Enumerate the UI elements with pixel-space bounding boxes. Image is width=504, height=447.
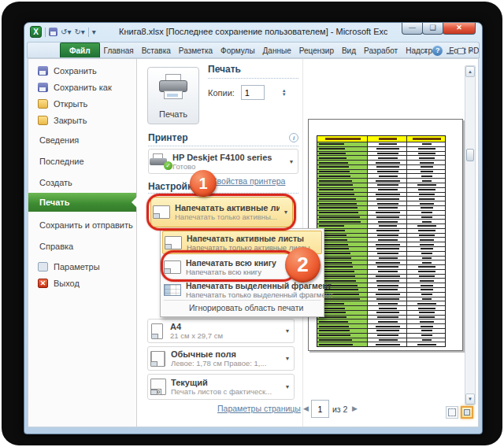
sidebar-item-exit[interactable]: ✕Выход: [28, 275, 136, 291]
preview-scrollbar[interactable]: ▲ ▼: [465, 65, 476, 405]
printer-select[interactable]: ✓ HP Deskjet F4100 series Готово ▼: [148, 149, 298, 174]
paper-size-select[interactable]: A4 21 см x 29,7 см ▼: [147, 319, 295, 343]
sidebar-item-open[interactable]: Открыть: [28, 95, 136, 112]
menu-item-selection[interactable]: Напечатать выделенный фрагмент Напечатат…: [162, 279, 322, 300]
ribbon-tab-row: Файл Главная Вставка Разметка Формулы Да…: [27, 42, 480, 58]
table-row: [317, 342, 445, 346]
menu-item-ignore-print-area[interactable]: Игнорировать область печати: [189, 303, 303, 312]
divider: [45, 28, 46, 37]
titlebar: X ↺▾ ↻▾ ▾ Книга8.xlsx [Последнее сохране…: [24, 23, 482, 42]
sidebar-item-new[interactable]: Создать: [28, 174, 136, 190]
sidebar-item-save-as[interactable]: Сохранить как: [28, 79, 136, 95]
collapse-ribbon-icon[interactable]: ▲: [422, 47, 428, 54]
save-icon: [38, 66, 48, 76]
tab-review[interactable]: Рецензир: [295, 43, 338, 57]
printer-name: HP Deskjet F4100 series: [172, 153, 285, 162]
sidebar-item-recent[interactable]: Последние: [28, 153, 136, 169]
redo-icon[interactable]: ↻▾: [74, 27, 84, 38]
tab-file[interactable]: Файл: [60, 42, 100, 57]
window-title: Книга8.xlsx [Последнее сохранение пользо…: [119, 27, 387, 36]
chevron-down-icon: ▼: [281, 384, 294, 390]
chevron-down-icon: ▼: [281, 328, 294, 334]
print-preview-pane: ▲ ▼ ◀ из 2 ▶: [302, 59, 478, 427]
preview-page: [308, 119, 463, 351]
page-icon: [151, 323, 163, 339]
backstage-sidebar: Сохранить Сохранить как Открыть Закрыть …: [28, 59, 137, 427]
help-icon[interactable]: ?: [432, 46, 443, 56]
current-page-input[interactable]: [311, 400, 329, 418]
printer-icon: [158, 74, 189, 101]
sidebar-item-close[interactable]: Закрыть: [28, 112, 136, 128]
doc-minimize-icon[interactable]: [447, 48, 454, 54]
section-print-header: Печать: [208, 64, 241, 75]
printer-info-icon[interactable]: i: [289, 133, 298, 142]
sidebar-item-info[interactable]: Сведения: [28, 131, 136, 148]
tab-insert[interactable]: Вставка: [138, 43, 175, 57]
exit-icon: ✕: [38, 279, 48, 288]
preview-table: [317, 135, 446, 347]
page-count-label: из 2: [332, 405, 347, 414]
doc-restore-icon[interactable]: [458, 48, 465, 54]
save-as-icon: [38, 83, 48, 92]
chevron-down-icon: ▼: [281, 356, 294, 361]
save-icon[interactable]: [49, 28, 57, 36]
doc-close-icon[interactable]: ✕: [469, 47, 474, 54]
section-printer-header: Принтер: [148, 132, 187, 143]
margins-icon: [150, 351, 165, 367]
minimize-button[interactable]: —: [402, 23, 423, 35]
callout-badge-2: 2: [285, 247, 321, 283]
excel-window: X ↺▾ ↻▾ ▾ Книга8.xlsx [Последнее сохране…: [24, 22, 483, 434]
sidebar-item-save-send[interactable]: Сохранить и отправить: [28, 216, 136, 233]
print-button[interactable]: Печать: [147, 67, 199, 124]
undo-icon[interactable]: ↺▾: [61, 27, 71, 38]
print-what-select[interactable]: Напечатать активные листы Напечатать тол…: [150, 197, 293, 227]
scaling-select[interactable]: 100 Текущий Печать листов с фактическ...…: [147, 374, 295, 400]
backstage-view: Сохранить Сохранить как Открыть Закрыть …: [28, 58, 479, 427]
close-folder-icon: [38, 116, 48, 125]
divider: [88, 28, 89, 37]
open-folder-icon: [38, 99, 48, 109]
tab-formulas[interactable]: Формулы: [217, 43, 259, 57]
screenshot-canvas: X ↺▾ ↻▾ ▾ Книга8.xlsx [Последнее сохране…: [0, 0, 504, 447]
callout-badge-1: 1: [190, 170, 217, 197]
scroll-up-icon[interactable]: ▲: [465, 66, 475, 77]
chevron-down-icon: ▼: [285, 159, 298, 164]
quick-access-toolbar: X ↺▾ ↻▾ ▾: [30, 26, 96, 38]
chevron-down-icon: ▼: [280, 209, 292, 215]
customize-qat-icon[interactable]: ▾: [92, 27, 96, 38]
menu-separator: [164, 300, 321, 301]
next-page-icon[interactable]: ▶: [352, 405, 358, 412]
sidebar-item-help[interactable]: Справка: [28, 238, 136, 254]
tab-developer[interactable]: Разработ: [360, 43, 402, 57]
page-setup-link[interactable]: Параметры страницы: [217, 404, 301, 413]
copies-label: Копии:: [208, 88, 235, 98]
tab-page-layout[interactable]: Разметка: [175, 43, 217, 57]
prev-page-icon[interactable]: ◀: [303, 405, 309, 412]
sidebar-item-print[interactable]: Печать: [28, 193, 136, 212]
sidebar-item-options[interactable]: Параметры: [28, 258, 136, 275]
options-icon: [38, 262, 48, 272]
printer-properties-link[interactable]: Свойства принтера: [211, 176, 285, 186]
show-margins-button[interactable]: [446, 406, 458, 419]
sidebar-item-save[interactable]: Сохранить: [28, 62, 136, 79]
zoom-to-page-button[interactable]: [461, 406, 473, 419]
close-button[interactable]: ✕: [443, 23, 476, 35]
tab-view[interactable]: Вид: [338, 43, 360, 57]
copies-input[interactable]: [241, 85, 265, 100]
window-controls: — ❑ ✕: [402, 23, 476, 35]
scroll-thumb[interactable]: [466, 149, 474, 161]
sheet-icon: [153, 205, 170, 219]
tab-home[interactable]: Главная: [100, 43, 138, 57]
scaling-100-icon: 100: [150, 379, 166, 395]
margins-select[interactable]: Обычные поля Левое: 1,78 см Правое: 1,..…: [147, 346, 295, 371]
sheet-icon: [165, 236, 182, 249]
excel-logo-icon[interactable]: X: [30, 26, 42, 38]
printer-status: Готово: [172, 162, 285, 171]
printer-ready-icon: ✓: [149, 153, 172, 170]
copies-spinner[interactable]: ▲▼: [282, 89, 287, 97]
tab-data[interactable]: Данные: [259, 43, 295, 57]
table-header-row: [317, 136, 445, 142]
sheet-icon: [164, 260, 181, 274]
maximize-button[interactable]: ❑: [422, 23, 443, 35]
copies-control: Копии: ▲▼: [208, 85, 287, 100]
